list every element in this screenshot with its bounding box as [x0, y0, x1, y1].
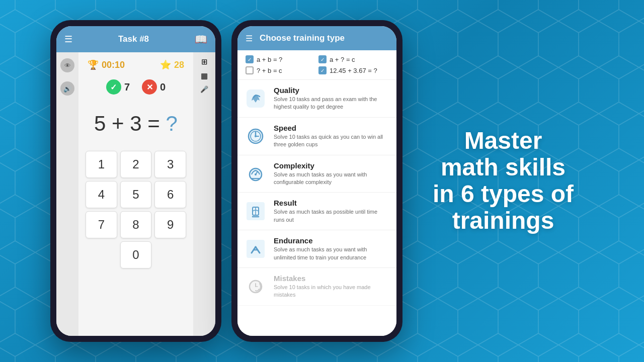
- quality-text: Quality Solve 10 tasks and pass an exam …: [274, 86, 389, 111]
- endurance-name: Endurance: [274, 236, 389, 245]
- task-title: Task #8: [118, 34, 149, 44]
- mistakes-text: Mistakes Solve 10 tasks in which you hav…: [274, 274, 389, 299]
- math-equation: 5 + 3 = ?: [94, 112, 178, 136]
- task-menu-icon[interactable]: ☰: [64, 34, 72, 45]
- training-item-result[interactable]: Result Solve as much tasks as possible u…: [237, 193, 396, 230]
- timer-display: 00:10: [102, 60, 125, 70]
- speed-name: Speed: [274, 124, 389, 132]
- cb-label-decimal: 12.45 + 3.67 = ?: [330, 67, 377, 74]
- task-body: 👁 🔊 🏆 00:10 ⭐ 28: [56, 52, 215, 336]
- correct-badge: ✓ 7: [106, 79, 130, 95]
- content-area: ☰ Task #8 📖 👁 🔊 🏆 00:10: [0, 0, 644, 362]
- cb-unchecked-icon: [246, 66, 254, 74]
- key-7[interactable]: 7: [86, 211, 117, 238]
- star-icon: ⭐: [160, 59, 171, 70]
- cb-checked-icon: ✓: [246, 55, 254, 63]
- key-8[interactable]: 8: [120, 211, 152, 238]
- checkbox-section: ✓ a + b = ? ✓ a + ? = c ? + b = c ✓ 12.4…: [237, 50, 396, 80]
- training-item-mistakes[interactable]: Mistakes Solve 10 tasks in which you hav…: [237, 268, 396, 306]
- complexity-icon: [245, 162, 267, 185]
- table-icon[interactable]: ▦: [201, 71, 208, 80]
- training-item-complexity[interactable]: Complexity Solve as much tasks as you wa…: [237, 155, 396, 193]
- key-0[interactable]: 0: [120, 241, 152, 268]
- trophy-icon: 🏆: [88, 59, 99, 70]
- promo-line2: math skills: [441, 154, 566, 180]
- training-item-endurance[interactable]: Endurance Solve as much tasks as you wan…: [237, 230, 396, 268]
- endurance-desc: Solve as much tasks as you want with unl…: [274, 246, 389, 261]
- complexity-name: Complexity: [274, 161, 389, 170]
- key-5[interactable]: 5: [120, 181, 152, 208]
- mistakes-icon: [245, 276, 267, 298]
- phone-training-screen: ☰ Choose training type ✓ a + b = ? ✓ a +…: [237, 26, 396, 336]
- question-mark: ?: [166, 112, 178, 135]
- training-body: ✓ a + b = ? ✓ a + ? = c ? + b = c ✓ 12.4…: [237, 50, 396, 336]
- result-icon: [245, 200, 267, 222]
- svg-point-5: [255, 135, 257, 137]
- svg-rect-14: [247, 240, 265, 258]
- task-left-bar: 👁 🔊: [56, 52, 78, 336]
- task-right-bar: ⊞ ▦ 🎤: [193, 52, 215, 336]
- speaker-icon[interactable]: 🔊: [60, 81, 74, 96]
- promo-line1: Master: [464, 127, 542, 154]
- result-name: Result: [274, 199, 389, 207]
- quality-icon: [245, 87, 267, 110]
- task-header: ☰ Task #8 📖: [56, 26, 215, 52]
- checkbox-decimal[interactable]: ✓ 12.45 + 3.67 = ?: [318, 66, 388, 74]
- training-item-speed[interactable]: Speed Solve 10 tasks as quick as you can…: [237, 118, 396, 155]
- cb-label-aplusb: a + b = ?: [257, 56, 282, 63]
- mic-icon[interactable]: 🎤: [200, 85, 208, 93]
- grid-icon[interactable]: ⊞: [201, 57, 208, 66]
- checkbox-aplusb[interactable]: ✓ a + b = ?: [246, 55, 315, 63]
- task-main: 🏆 00:10 ⭐ 28 ✓ 7: [78, 52, 193, 336]
- training-title: Choose training type: [260, 33, 345, 43]
- mistakes-name: Mistakes: [274, 274, 389, 283]
- training-item-quality[interactable]: Quality Solve 10 tasks and pass an exam …: [237, 80, 396, 118]
- promo-line4: trainings: [452, 207, 554, 234]
- cb-label-qplusb: ? + b = c: [257, 67, 282, 74]
- trophy-time: 🏆 00:10: [88, 59, 125, 70]
- promo-title: Master math skills in 6 types of trainin…: [423, 128, 584, 234]
- complexity-text: Complexity Solve as much tasks as you wa…: [274, 161, 389, 187]
- key-4[interactable]: 4: [86, 181, 117, 208]
- task-book-icon[interactable]: 📖: [195, 33, 207, 45]
- wrong-badge: ✕ 0: [142, 79, 166, 95]
- phone-training: ☰ Choose training type ✓ a + b = ? ✓ a +…: [231, 20, 403, 342]
- key-2[interactable]: 2: [120, 151, 152, 178]
- svg-point-8: [255, 173, 257, 175]
- stats-row: 🏆 00:10 ⭐ 28: [84, 57, 188, 72]
- checkbox-aplusc[interactable]: ✓ a + ? = c: [318, 55, 388, 63]
- cb-label-aplusc: a + ? = c: [330, 56, 355, 63]
- x-icon: ✕: [142, 79, 157, 95]
- cb-checked-icon3: ✓: [318, 66, 327, 74]
- star-score: ⭐ 28: [160, 59, 184, 70]
- promo-line3: in 6 types of: [433, 180, 574, 207]
- wrong-count: 0: [160, 81, 166, 93]
- score-display: 28: [174, 60, 184, 70]
- key-9[interactable]: 9: [154, 211, 186, 238]
- endurance-icon: [245, 238, 267, 260]
- correct-wrong-row: ✓ 7 ✕ 0: [106, 79, 166, 95]
- numpad: 1 2 3 4 5 6 7 8 9 0: [84, 151, 188, 268]
- training-header: ☰ Choose training type: [237, 26, 396, 50]
- right-promo: Master math skills in 6 types of trainin…: [413, 118, 594, 244]
- eye-icon[interactable]: 👁: [60, 58, 74, 72]
- result-desc: Solve as much tasks as possible until ti…: [274, 208, 389, 224]
- checkbox-qplusb[interactable]: ? + b = c: [246, 66, 315, 74]
- speed-icon: [245, 125, 267, 147]
- key-3[interactable]: 3: [154, 151, 186, 178]
- endurance-text: Endurance Solve as much tasks as you wan…: [274, 236, 389, 261]
- key-1[interactable]: 1: [86, 151, 117, 178]
- training-list: Quality Solve 10 tasks and pass an exam …: [237, 80, 396, 336]
- speed-desc: Solve 10 tasks as quick as you can to wi…: [274, 133, 389, 149]
- training-menu-icon[interactable]: ☰: [246, 34, 253, 43]
- phone-task: ☰ Task #8 📖 👁 🔊 🏆 00:10: [50, 20, 221, 342]
- complexity-desc: Solve as much tasks as you want with con…: [274, 171, 389, 187]
- phone-task-screen: ☰ Task #8 📖 👁 🔊 🏆 00:10: [56, 26, 215, 336]
- key-6[interactable]: 6: [154, 181, 186, 208]
- mistakes-desc: Solve 10 tasks in which you have made mi…: [274, 284, 389, 299]
- result-text: Result Solve as much tasks as possible u…: [274, 199, 389, 224]
- quality-name: Quality: [274, 86, 389, 95]
- check-icon: ✓: [106, 79, 121, 95]
- speed-text: Speed Solve 10 tasks as quick as you can…: [274, 124, 389, 149]
- quality-desc: Solve 10 tasks and pass an exam with the…: [274, 96, 389, 111]
